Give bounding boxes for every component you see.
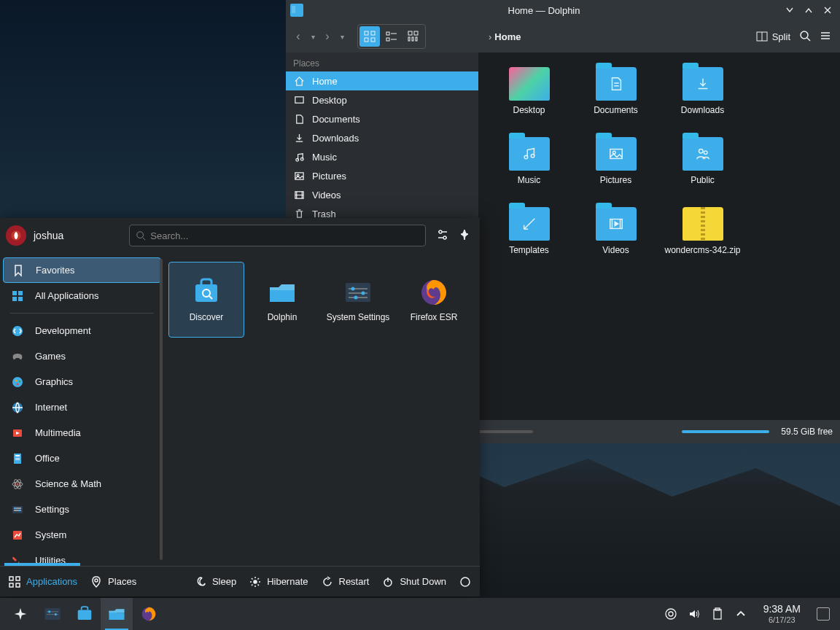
more-button[interactable] xyxy=(459,576,471,588)
launcher-bottom-bar: Applications Places Sleep Hibernate Rest… xyxy=(0,566,480,596)
maximize-button[interactable] xyxy=(801,2,817,18)
tab-applications[interactable]: Applications xyxy=(9,576,77,588)
application-launcher: joshua Favorites All Applications Develo… xyxy=(0,218,480,596)
svg-point-33 xyxy=(439,230,442,233)
folder-view[interactable]: Desktop Documents Downloads Music Pictur… xyxy=(478,52,840,420)
svg-rect-47 xyxy=(15,455,20,456)
folder-templates[interactable]: Templates xyxy=(486,207,572,277)
app-dolphin[interactable]: Dolphin xyxy=(244,262,320,338)
svg-rect-49 xyxy=(15,459,20,460)
system-tray: 9:38 AM 6/17/23 xyxy=(664,604,836,623)
svg-rect-8 xyxy=(408,37,410,41)
folder-pictures[interactable]: Pictures xyxy=(572,137,659,207)
compact-view-button[interactable] xyxy=(381,26,402,47)
sleep-button[interactable]: Sleep xyxy=(195,576,236,588)
folder-desktop[interactable]: Desktop xyxy=(486,67,572,137)
svg-rect-10 xyxy=(416,37,417,41)
place-videos[interactable]: Videos xyxy=(286,185,478,204)
user-avatar[interactable] xyxy=(6,225,26,246)
clock[interactable]: 9:38 AM 6/17/23 xyxy=(763,604,801,623)
place-music[interactable]: Music xyxy=(286,147,478,166)
shutdown-button[interactable]: Shut Down xyxy=(382,576,446,588)
place-home[interactable]: Home xyxy=(286,71,478,90)
show-desktop-button[interactable] xyxy=(817,607,830,621)
category-internet[interactable]: Internet xyxy=(3,394,161,420)
place-desktop[interactable]: Desktop xyxy=(286,90,478,109)
svg-point-24 xyxy=(524,155,528,159)
search-button[interactable] xyxy=(799,30,811,44)
category-all-applications[interactable]: All Applications xyxy=(3,283,161,308)
details-view-button[interactable] xyxy=(403,26,424,47)
place-downloads[interactable]: Downloads xyxy=(286,128,478,147)
tray-expand-icon[interactable] xyxy=(734,607,747,621)
svg-rect-37 xyxy=(12,297,17,301)
dolphin-titlebar[interactable]: Home — Dolphin xyxy=(286,0,840,20)
launcher-button[interactable] xyxy=(4,598,36,630)
folder-downloads[interactable]: Downloads xyxy=(659,67,746,137)
category-games[interactable]: Games xyxy=(3,343,161,369)
svg-rect-5 xyxy=(386,38,389,41)
svg-point-42 xyxy=(19,380,21,382)
back-button[interactable]: ‹ xyxy=(292,30,305,43)
task-dolphin[interactable] xyxy=(101,598,133,630)
folder-videos[interactable]: Videos xyxy=(572,207,659,277)
svg-point-62 xyxy=(362,292,365,295)
svg-rect-73 xyxy=(44,608,60,620)
breadcrumb[interactable]: ›Home xyxy=(430,31,752,42)
dolphin-toolbar: ‹ ▾ › ▾ ›Home Split xyxy=(286,20,840,52)
svg-rect-1 xyxy=(371,31,375,35)
svg-point-12 xyxy=(801,31,808,39)
place-documents[interactable]: Documents xyxy=(286,109,478,128)
minimize-button[interactable] xyxy=(782,2,798,18)
task-discover[interactable] xyxy=(69,598,101,630)
svg-point-69 xyxy=(95,579,98,582)
user-name: joshua xyxy=(34,230,63,241)
category-office[interactable]: Office xyxy=(3,446,161,471)
app-discover[interactable]: Discover xyxy=(168,262,244,338)
svg-point-53 xyxy=(17,483,19,485)
svg-point-56 xyxy=(19,509,20,510)
category-graphics[interactable]: Graphics xyxy=(3,369,161,394)
hamburger-menu-button[interactable] xyxy=(820,30,831,44)
hibernate-button[interactable]: Hibernate xyxy=(249,576,308,588)
category-favorites[interactable]: Favorites xyxy=(3,257,161,283)
icons-view-button[interactable] xyxy=(359,26,380,47)
svg-point-40 xyxy=(12,377,23,387)
category-multimedia[interactable]: Multimedia xyxy=(3,420,161,446)
task-firefox[interactable] xyxy=(133,598,165,630)
category-system[interactable]: System xyxy=(3,522,161,548)
app-firefox[interactable]: Firefox ESR xyxy=(396,262,472,338)
window-title: Home — Dolphin xyxy=(308,5,780,16)
app-system-settings[interactable]: System Settings xyxy=(320,262,396,338)
back-menu[interactable]: ▾ xyxy=(306,33,319,41)
search-input[interactable] xyxy=(150,230,419,241)
close-button[interactable] xyxy=(820,2,836,18)
pin-button[interactable] xyxy=(458,228,471,244)
svg-rect-4 xyxy=(386,32,389,35)
folder-documents[interactable]: Documents xyxy=(572,67,659,137)
search-box[interactable] xyxy=(129,225,426,246)
svg-rect-2 xyxy=(365,38,368,42)
split-button[interactable]: Split xyxy=(756,31,790,42)
svg-rect-67 xyxy=(9,583,13,587)
category-settings[interactable]: Settings xyxy=(3,497,161,522)
file-zip[interactable]: wondercms-342.zip xyxy=(659,207,746,277)
task-system-settings[interactable] xyxy=(36,598,69,630)
folder-public[interactable]: Public xyxy=(659,137,746,207)
forward-button[interactable]: › xyxy=(321,30,334,43)
tab-places[interactable]: Places xyxy=(90,576,136,588)
svg-rect-7 xyxy=(414,31,418,35)
category-development[interactable]: Development xyxy=(3,318,161,343)
place-pictures[interactable]: Pictures xyxy=(286,166,478,185)
clipboard-icon[interactable] xyxy=(711,607,724,621)
keyboard-icon[interactable] xyxy=(664,607,677,621)
restart-button[interactable]: Restart xyxy=(322,576,370,588)
forward-menu[interactable]: ▾ xyxy=(335,33,349,41)
folder-music[interactable]: Music xyxy=(486,137,572,207)
taskbar: 9:38 AM 6/17/23 xyxy=(0,598,840,630)
volume-icon[interactable] xyxy=(688,607,701,621)
scrollbar[interactable] xyxy=(160,259,163,560)
category-science[interactable]: Science & Math xyxy=(3,471,161,497)
dolphin-app-icon xyxy=(290,4,303,17)
configure-button[interactable] xyxy=(436,228,449,244)
